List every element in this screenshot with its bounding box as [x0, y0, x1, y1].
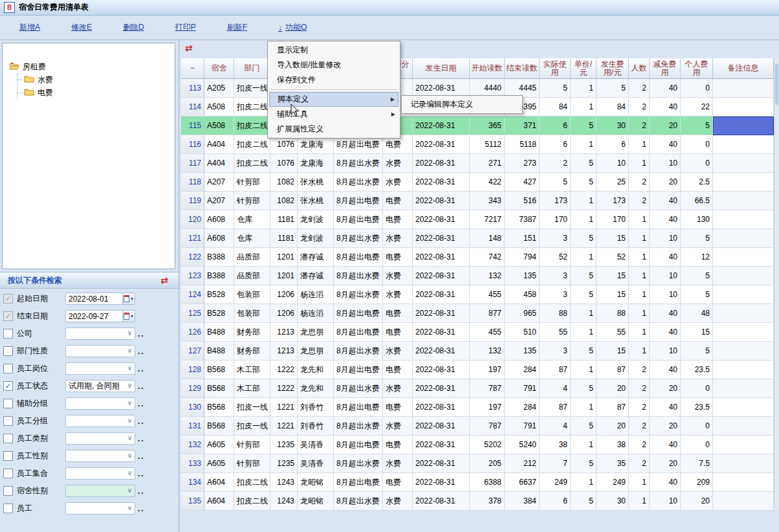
- cell[interactable]: A608: [204, 229, 234, 248]
- cell[interactable]: 电费: [383, 304, 413, 323]
- cell[interactable]: 371: [505, 116, 540, 135]
- cell[interactable]: 787: [470, 417, 505, 436]
- cell[interactable]: [713, 304, 774, 323]
- menu-item-脚本定义[interactable]: 脚本定义▶: [269, 92, 399, 107]
- cell[interactable]: 427: [505, 173, 540, 192]
- cell[interactable]: A404: [204, 154, 234, 173]
- cell[interactable]: 2022-08-31: [413, 323, 470, 342]
- cell[interactable]: 财务部: [234, 342, 270, 360]
- browse-button[interactable]: ..: [138, 382, 145, 391]
- cell[interactable]: 木工部: [234, 360, 270, 379]
- cell[interactable]: 5: [681, 342, 713, 360]
- cell[interactable]: 455: [470, 323, 505, 342]
- cell[interactable]: 1: [629, 267, 650, 285]
- table-row[interactable]: 126B488财务部1213龙思朋8月超出电费电费2022-08-3145551…: [181, 323, 774, 342]
- vertical-scrollbar[interactable]: [774, 58, 779, 511]
- cell[interactable]: 15: [681, 323, 713, 342]
- cell[interactable]: B568: [204, 360, 234, 379]
- cell[interactable]: 水费: [383, 492, 413, 511]
- cell[interactable]: 40: [650, 98, 681, 116]
- cell[interactable]: 扣皮二线: [234, 492, 270, 511]
- cell[interactable]: [713, 154, 774, 173]
- cell[interactable]: 2: [629, 379, 650, 398]
- cell[interactable]: 杨连滔: [298, 285, 334, 304]
- cell[interactable]: 1: [571, 210, 597, 229]
- cell[interactable]: 23.5: [681, 360, 713, 379]
- edit-button[interactable]: 修改E: [71, 22, 92, 33]
- cell[interactable]: 30: [597, 116, 629, 135]
- cell[interactable]: 2022-08-31: [413, 210, 470, 229]
- cell[interactable]: 5: [571, 116, 597, 135]
- function-menu-button[interactable]: ↓功能O: [278, 22, 307, 33]
- cell[interactable]: 1181: [270, 210, 298, 229]
- cell[interactable]: 1076: [270, 154, 298, 173]
- cell[interactable]: B528: [204, 285, 234, 304]
- cell[interactable]: 2022-08-31: [413, 473, 470, 492]
- cell[interactable]: 5: [571, 379, 597, 398]
- table-row[interactable]: 124B528包装部1206杨连滔8月超出水费水费2022-08-3145545…: [181, 285, 774, 304]
- cell[interactable]: 1181: [270, 229, 298, 248]
- browse-button[interactable]: ..: [138, 487, 145, 496]
- cell[interactable]: [713, 267, 774, 285]
- checkbox-员工分组[interactable]: [3, 416, 13, 426]
- cell[interactable]: 扣皮二线: [234, 473, 270, 492]
- cell[interactable]: 8月超出水费: [334, 492, 383, 511]
- table-row[interactable]: 125B528包装部1206杨连滔8月超出电费电费2022-08-3187796…: [181, 304, 774, 323]
- cell[interactable]: 2: [629, 173, 650, 192]
- cell[interactable]: 2: [629, 192, 650, 210]
- cell[interactable]: 1221: [270, 398, 298, 417]
- checkbox-员工集合[interactable]: [3, 469, 13, 478]
- cell[interactable]: 422: [470, 173, 505, 192]
- cell[interactable]: 84: [597, 98, 629, 116]
- checkbox-起始日期[interactable]: ✓: [3, 294, 13, 304]
- column-header-发生日期[interactable]: 发生日期: [413, 58, 470, 79]
- cell[interactable]: 5: [681, 229, 713, 248]
- cell[interactable]: 965: [505, 304, 540, 323]
- table-row[interactable]: 123B388品质部1201潘存诚8月超出水费水费2022-08-3113213…: [181, 267, 774, 285]
- cell[interactable]: 2: [629, 436, 650, 454]
- cell[interactable]: 扣皮一线: [234, 417, 270, 436]
- row-number-cell[interactable]: 131: [181, 417, 204, 436]
- cell[interactable]: 3: [540, 229, 571, 248]
- table-row[interactable]: 117A404扣皮二线1076龙康海8月超出水费水费2022-08-312712…: [181, 154, 774, 173]
- row-number-cell[interactable]: 135: [181, 492, 204, 511]
- cell[interactable]: 22: [681, 98, 713, 116]
- cell[interactable]: 1: [571, 360, 597, 379]
- table-row[interactable]: 122B388品质部1201潘存诚8月超出电费电费2022-08-3174279…: [181, 248, 774, 267]
- cell[interactable]: 杨连滔: [298, 304, 334, 323]
- column-header-部门[interactable]: 部门: [234, 58, 270, 79]
- cell[interactable]: 8月超出水费: [334, 285, 383, 304]
- cell[interactable]: 87: [597, 398, 629, 417]
- cell[interactable]: 170: [540, 210, 571, 229]
- cell[interactable]: 4: [540, 379, 571, 398]
- cell[interactable]: 1235: [270, 454, 298, 473]
- cell[interactable]: 1: [571, 304, 597, 323]
- cell[interactable]: 1: [629, 135, 650, 154]
- print-button[interactable]: 打印P: [175, 22, 196, 33]
- cell[interactable]: 0: [681, 436, 713, 454]
- cell[interactable]: 0: [681, 379, 713, 398]
- cell[interactable]: 378: [470, 492, 505, 511]
- cell[interactable]: 6388: [470, 473, 505, 492]
- cell[interactable]: 5: [681, 285, 713, 304]
- cell[interactable]: 20: [597, 379, 629, 398]
- cell[interactable]: 1: [629, 323, 650, 342]
- cell[interactable]: 1: [571, 98, 597, 116]
- cell[interactable]: [713, 210, 774, 229]
- cell[interactable]: 15: [597, 267, 629, 285]
- cell[interactable]: 3: [540, 285, 571, 304]
- cell[interactable]: 5: [571, 417, 597, 436]
- cell[interactable]: 8月超出电费: [334, 248, 383, 267]
- cell[interactable]: A508: [204, 116, 234, 135]
- tree-item-water-fee[interactable]: 水费: [17, 73, 175, 86]
- cell[interactable]: [713, 398, 774, 417]
- cell[interactable]: 1235: [270, 436, 298, 454]
- cell[interactable]: 66.5: [681, 192, 713, 210]
- row-number-cell[interactable]: 134: [181, 473, 204, 492]
- cell[interactable]: B568: [204, 417, 234, 436]
- cell[interactable]: 2.5: [681, 173, 713, 192]
- cell[interactable]: 40: [650, 248, 681, 267]
- cell[interactable]: 财务部: [234, 323, 270, 342]
- row-number-cell[interactable]: 123: [181, 267, 204, 285]
- browse-button[interactable]: ..: [138, 417, 145, 426]
